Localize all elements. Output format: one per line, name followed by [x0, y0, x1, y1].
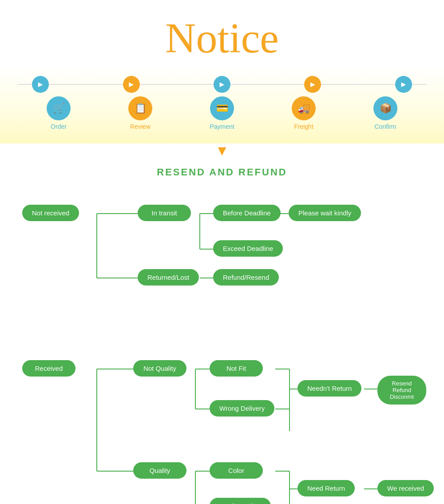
freight-icon: 🚚 [292, 96, 316, 120]
arrow-freight: ► [304, 76, 321, 93]
node-exceed-deadline: Exceed Deadline [213, 240, 283, 257]
node-neednt-return: Needn't Return [297, 380, 361, 397]
review-icon: 📋 [128, 96, 152, 120]
arrow-review: ► [123, 76, 140, 93]
review-label: Review [130, 123, 151, 130]
node-not-quality: Not Quality [133, 360, 186, 377]
section-title: RESEND AND REFUND [0, 167, 444, 178]
order-label: Order [51, 123, 67, 130]
node-please-wait: Please wait kindly [289, 205, 361, 221]
node-resend-refund: ResendRefundDisconmt [377, 376, 426, 405]
arrow-confirm: ► [395, 76, 412, 93]
confirm-label: Confirm [374, 123, 396, 130]
timeline-item-order: 🛒 Order [18, 96, 99, 130]
node-returned-lost: Returned/Lost [138, 269, 199, 286]
node-received: Received [22, 360, 75, 377]
arrow-order: ► [32, 76, 49, 93]
timeline-step-payment: ► [199, 76, 245, 93]
page-title: Notice [0, 0, 444, 67]
timeline-item-payment: 💳 Payment [181, 96, 263, 130]
arrow-payment: ► [214, 76, 230, 93]
timeline-wrapper: ► ► ► ► ► 🛒 Order 📋 Review [0, 67, 444, 143]
node-need-return: Need Return [297, 480, 355, 496]
order-icon: 🛒 [47, 96, 71, 120]
confirm-icon: 📦 [373, 96, 397, 120]
node-quality-defect: Quality Defect [210, 498, 271, 504]
timeline-step-confirm: ► [381, 76, 426, 93]
timeline-step-order: ► [18, 76, 63, 93]
timeline-item-freight: 🚚 Freight [263, 96, 345, 130]
timeline-item-review: 📋 Review [99, 96, 181, 130]
timeline-item-confirm: 📦 Confirm [345, 96, 426, 130]
node-wrong-delivery: Wrong Delivery [210, 400, 274, 417]
node-refund-resend: Refund/Resend [213, 269, 279, 286]
payment-label: Payment [210, 123, 234, 130]
node-in-transit: In transit [138, 205, 191, 221]
section1: Not received In transit Returned/Lost Be… [9, 191, 435, 316]
timeline-line: ► ► ► ► ► [0, 76, 444, 93]
payment-icon: 💳 [210, 96, 234, 120]
timeline-icon-row: 🛒 Order 📋 Review 💳 Payment 🚚 Freight 📦 C… [0, 96, 444, 130]
node-we-received: We received [377, 480, 434, 496]
down-arrow: ▼ [0, 143, 444, 158]
node-color: Color [210, 462, 263, 479]
node-before-deadline: Before Deadline [213, 205, 281, 221]
node-not-fit: Not Fit [210, 360, 263, 377]
node-not-received: Not received [22, 205, 79, 221]
node-quality: Quality [133, 462, 186, 479]
timeline-step-freight: ► [290, 76, 335, 93]
freight-label: Freight [294, 123, 313, 130]
section2: Received Not Quality Quality Not Fit Wro… [9, 333, 435, 504]
flowchart: Not received In transit Returned/Lost Be… [9, 191, 435, 504]
timeline-step-review: ► [108, 76, 154, 93]
